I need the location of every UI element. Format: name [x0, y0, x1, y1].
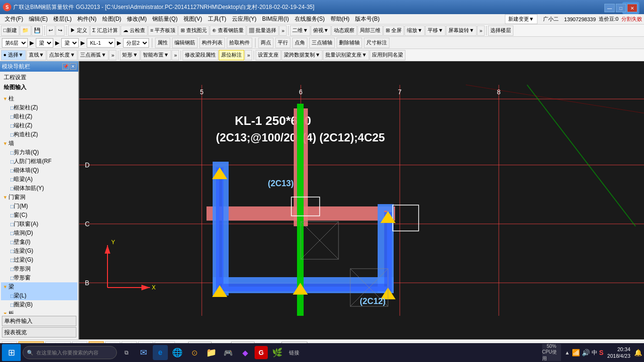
menu-online[interactable]: 在线服务(S) — [292, 14, 328, 24]
menu-help[interactable]: 帮助(H) — [328, 14, 353, 24]
btn-new[interactable]: □新建 — [1, 25, 19, 36]
btn-pick-comp[interactable]: 拾取构件 — [227, 38, 252, 48]
taskbar-icon-game[interactable]: 🎮 — [221, 345, 236, 360]
taskbar-icon-link[interactable]: 链接 — [287, 345, 302, 360]
btn-set-support[interactable]: 设置支座 — [256, 50, 281, 60]
btn-single-comp[interactable]: 单构件输入 — [2, 316, 76, 326]
btn-del-axis[interactable]: 删除辅轴 — [337, 38, 362, 48]
btn-select[interactable]: ● 选择▼ — [1, 50, 26, 60]
taskbar-icon-diamond[interactable]: ◆ — [238, 345, 253, 360]
btn-batch-select[interactable]: ▦ 批量选择 — [247, 25, 279, 36]
taskbar-icon-globe[interactable]: 🌐 — [170, 345, 185, 360]
menu-bim[interactable]: BIM应用(I) — [259, 14, 292, 24]
btn-two-point[interactable]: 两点 — [258, 38, 273, 48]
floor-select[interactable]: 第6层 — [2, 38, 28, 48]
btn-dim-note[interactable]: 尺寸标注 — [364, 38, 389, 48]
canvas-area[interactable]: 5 6 7 8 D C B KL-1 250*600 (2C13;@100/20… — [79, 61, 644, 339]
menu-component[interactable]: 构件(N) — [74, 14, 99, 24]
tray-arrow[interactable]: ▲ — [565, 350, 570, 355]
tree-wall-hole[interactable]: □ 墙洞(D) — [1, 229, 77, 238]
btn-edit-rebar[interactable]: 编辑钢筋 — [172, 38, 198, 48]
btn-dynamic-obs[interactable]: 动态观察 — [331, 25, 357, 36]
btn-undo[interactable]: ↩ — [46, 25, 55, 36]
close-button[interactable]: ✕ — [627, 4, 637, 12]
menu-rebar[interactable]: 钢筋量(Q) — [149, 14, 180, 24]
tree-beam-group[interactable]: ▼ 梁 — [1, 282, 77, 291]
taskbar-icon-chrome[interactable]: ⊙ — [187, 345, 202, 360]
tree-struct-col[interactable]: □ 构造柱(Z) — [1, 130, 77, 139]
tree-dark-col[interactable]: □ 暗柱(Z) — [1, 112, 77, 121]
menu-new-change[interactable]: 新建变更▼ — [505, 14, 537, 24]
btn-define[interactable]: ▶ 定义 — [68, 25, 90, 36]
btn-redo[interactable]: ↪ — [56, 25, 65, 36]
tree-connect-beam[interactable]: □ 连梁(G) — [1, 247, 77, 255]
code-select[interactable]: KL-1 — [87, 38, 115, 48]
btn-local-3d[interactable]: 局部三维 — [357, 25, 383, 36]
btn-apply-same-name[interactable]: 应用到同名梁 — [370, 50, 405, 60]
menu-cloud[interactable]: 云应用(Y) — [229, 14, 259, 24]
menu-guangxiao[interactable]: 广小二 — [540, 15, 561, 24]
layer-select[interactable]: 分层2 — [123, 38, 149, 48]
taskbar-icon-g[interactable]: G — [255, 346, 268, 359]
menu-modify[interactable]: 修改(M) — [124, 14, 149, 24]
btn-comp-list[interactable]: 构件列表 — [199, 38, 225, 48]
tree-slab-group[interactable]: ▼ 板 — [1, 309, 77, 314]
btn-three-point-axis[interactable]: 三点辅轴 — [309, 38, 335, 48]
tree-wall-niche[interactable]: □ 壁龛(I) — [1, 238, 77, 247]
btn-view-rebar[interactable]: ⊕ 查看钢筋量 — [210, 25, 246, 36]
tree-strip-hole[interactable]: □ 带形洞 — [1, 264, 77, 273]
menu-view[interactable]: 视图(V) — [181, 14, 205, 24]
btn-copy-span[interactable]: 梁跨数据复制▼ — [281, 50, 322, 60]
taskbar-search[interactable]: 🔍 在这里输入你要搜索的内容 — [23, 346, 117, 359]
btn-more3[interactable]: » — [109, 50, 116, 60]
btn-in-situ-note[interactable]: 原位标注 — [219, 50, 244, 60]
tree-end-col[interactable]: □ 端柱(Z) — [1, 121, 77, 130]
btn-more5[interactable]: » — [245, 50, 252, 60]
tree-masonry-bar[interactable]: □ 砌体加筋(Y) — [1, 184, 77, 193]
btn-batch-id-support[interactable]: 批量识别梁支座▼ — [323, 50, 369, 60]
type-select2[interactable]: 梁 — [61, 38, 79, 48]
taskbar-icon-task-view[interactable]: ⧉ — [119, 345, 134, 360]
btn-point-len[interactable]: 点加长度▼ — [47, 50, 77, 60]
btn-line[interactable]: 直线▼ — [26, 50, 47, 60]
taskbar-icon-folder[interactable]: 📁 — [204, 345, 219, 360]
tree-masonry-wall[interactable]: □ 砌体墙(Q) — [1, 166, 77, 175]
tree-beam[interactable]: □ 梁(L) — [1, 291, 77, 300]
btn-cloud-check[interactable]: ☁ 云检查 — [121, 25, 148, 36]
tree-door-window[interactable]: □ 门联窗(A) — [1, 220, 77, 229]
clock[interactable]: 20:34 2018/4/23 — [607, 346, 630, 360]
btn-more1[interactable]: » — [279, 25, 287, 36]
btn-calc[interactable]: Σ 汇总计算 — [90, 25, 120, 36]
menu-file[interactable]: 文件(F) — [2, 14, 26, 24]
tree-over-beam[interactable]: □ 过梁(G) — [1, 255, 77, 264]
menu-version[interactable]: 版本号(B) — [352, 14, 382, 24]
btn-open[interactable]: 📁 — [20, 25, 31, 36]
link-project-settings[interactable]: 工程设置 — [2, 73, 76, 82]
btn-parallel[interactable]: 平行 — [275, 38, 290, 48]
tree-col-group[interactable]: ▼ 柱 — [1, 94, 77, 103]
menu-draw[interactable]: 绘图(D) — [99, 14, 124, 24]
tree-wall-group[interactable]: ▼ 墙 — [1, 139, 77, 148]
tree-frame-col[interactable]: □ 框架柱(Z) — [1, 103, 77, 112]
btn-smart-place[interactable]: 智能布置▼ — [140, 50, 171, 60]
btn-more2[interactable]: » — [477, 25, 485, 36]
btn-fullscreen[interactable]: ⊞ 全屏 — [383, 25, 404, 36]
link-draw-input[interactable]: 绘图输入 — [2, 82, 76, 92]
tree-window[interactable]: □ 窗(C) — [1, 211, 77, 220]
type-select1[interactable]: 梁 — [36, 38, 53, 48]
btn-rotate-screen[interactable]: 屏幕旋转▼ — [446, 25, 477, 36]
tree-civil-defense-wall[interactable]: □ 人防门框墙(RF — [1, 157, 77, 166]
btn-point-angle[interactable]: 点角 — [292, 38, 307, 48]
notification-bell[interactable]: 🔔 — [634, 349, 642, 356]
tree-dark-beam[interactable]: □ 暗梁(A) — [1, 175, 77, 184]
btn-report[interactable]: 报表视览 — [2, 327, 76, 337]
btn-pan[interactable]: 平移▼ — [425, 25, 446, 36]
tree-door-group[interactable]: ▼ 门窗洞 — [1, 193, 77, 202]
btn-more4[interactable]: » — [172, 50, 179, 60]
menu-tools[interactable]: 工具(T) — [205, 14, 229, 24]
panel-close-btn[interactable]: ✕ — [70, 63, 76, 70]
btn-find[interactable]: ⊞ 查找图元 — [178, 25, 209, 36]
maximize-button[interactable]: □ — [616, 4, 626, 12]
tree-ring-beam[interactable]: □ 圈梁(B) — [1, 300, 77, 309]
taskbar-icon-mail[interactable]: ✉ — [136, 345, 151, 360]
